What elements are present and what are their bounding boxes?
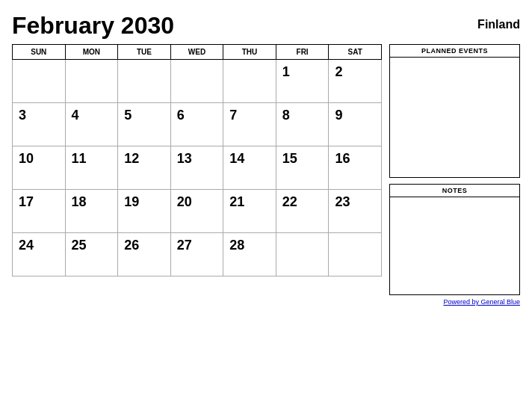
header-thu: THU xyxy=(223,45,276,60)
calendar-day: 7 xyxy=(223,103,276,146)
calendar-day xyxy=(223,60,276,103)
header-sat: SAT xyxy=(329,45,382,60)
calendar-table: SUN MON TUE WED THU FRI SAT 123456789101… xyxy=(12,44,382,276)
header-mon: MON xyxy=(65,45,118,60)
powered-by-link[interactable]: Powered by General Blue xyxy=(443,298,520,306)
calendar-day: 11 xyxy=(65,146,118,190)
calendar-week-row: 10111213141516 xyxy=(13,146,382,190)
calendar-day: 12 xyxy=(118,146,171,190)
calendar-day: 23 xyxy=(329,190,382,233)
header-sun: SUN xyxy=(13,45,66,60)
calendar-day: 22 xyxy=(276,190,329,233)
calendar-week-row: 12 xyxy=(13,60,382,103)
calendar-day: 13 xyxy=(170,146,223,190)
calendar-day xyxy=(13,60,66,103)
calendar-section: SUN MON TUE WED THU FRI SAT 123456789101… xyxy=(12,44,382,295)
calendar-day xyxy=(118,60,171,103)
calendar-week-row: 2425262728 xyxy=(13,233,382,276)
planned-events-box: PLANNED EVENTS xyxy=(389,44,520,178)
footer: Powered by General Blue xyxy=(12,298,520,306)
calendar-day xyxy=(65,60,118,103)
calendar-day: 9 xyxy=(329,103,382,146)
notes-header: NOTES xyxy=(390,185,519,197)
calendar-day: 8 xyxy=(276,103,329,146)
calendar-week-row: 17181920212223 xyxy=(13,190,382,233)
calendar-day: 24 xyxy=(13,233,66,276)
header-fri: FRI xyxy=(276,45,329,60)
country-label: Finland xyxy=(477,12,520,31)
calendar-day: 21 xyxy=(223,190,276,233)
calendar-day xyxy=(329,233,382,276)
calendar-day: 1 xyxy=(276,60,329,103)
header-tue: TUE xyxy=(118,45,171,60)
sidebar: PLANNED EVENTS NOTES xyxy=(389,44,520,295)
calendar-day: 28 xyxy=(223,233,276,276)
main-content: SUN MON TUE WED THU FRI SAT 123456789101… xyxy=(12,44,520,295)
calendar-day: 17 xyxy=(13,190,66,233)
calendar-day: 4 xyxy=(65,103,118,146)
header-wed: WED xyxy=(170,45,223,60)
calendar-day: 25 xyxy=(65,233,118,276)
calendar-day: 19 xyxy=(118,190,171,233)
calendar-day: 16 xyxy=(329,146,382,190)
calendar-day: 20 xyxy=(170,190,223,233)
calendar-day xyxy=(276,233,329,276)
calendar-day: 3 xyxy=(13,103,66,146)
calendar-week-row: 3456789 xyxy=(13,103,382,146)
notes-box: NOTES xyxy=(389,184,520,295)
calendar-day: 5 xyxy=(118,103,171,146)
calendar-day: 27 xyxy=(170,233,223,276)
header: February 2030 Finland xyxy=(12,12,520,40)
notes-body xyxy=(390,197,519,294)
page: February 2030 Finland SUN MON TUE WED TH… xyxy=(0,0,532,411)
calendar-day: 26 xyxy=(118,233,171,276)
calendar-day xyxy=(170,60,223,103)
calendar-day: 6 xyxy=(170,103,223,146)
planned-events-body xyxy=(390,58,519,177)
weekday-header-row: SUN MON TUE WED THU FRI SAT xyxy=(13,45,382,60)
calendar-day: 15 xyxy=(276,146,329,190)
calendar-day: 18 xyxy=(65,190,118,233)
calendar-day: 2 xyxy=(329,60,382,103)
calendar-day: 14 xyxy=(223,146,276,190)
calendar-day: 10 xyxy=(13,146,66,190)
page-title: February 2030 xyxy=(12,12,174,40)
planned-events-header: PLANNED EVENTS xyxy=(390,45,519,58)
